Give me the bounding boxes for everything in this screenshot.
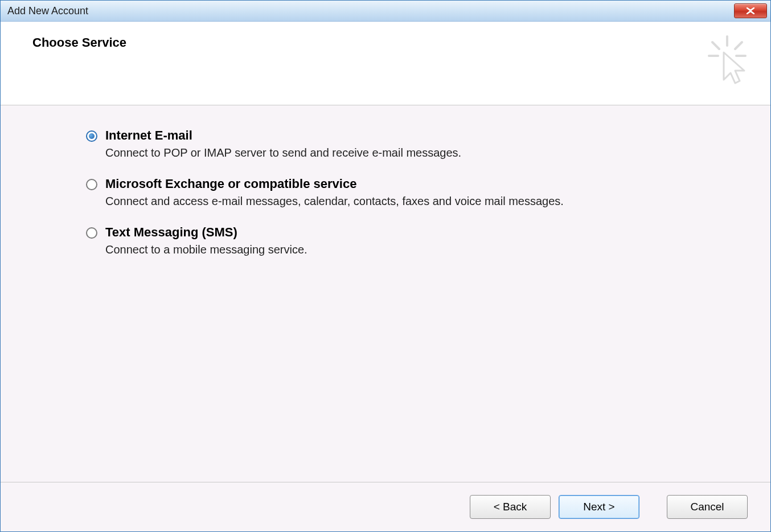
- back-button[interactable]: < Back: [470, 495, 551, 519]
- wizard-footer: < Back Next > Cancel: [1, 482, 770, 531]
- option-title: Microsoft Exchange or compatible service: [105, 177, 564, 191]
- radio-internet-email[interactable]: [86, 130, 97, 142]
- cancel-button[interactable]: Cancel: [667, 495, 748, 519]
- option-exchange[interactable]: Microsoft Exchange or compatible service…: [86, 177, 748, 208]
- next-button[interactable]: Next >: [559, 495, 639, 519]
- option-text: Text Messaging (SMS) Connect to a mobile…: [105, 225, 307, 256]
- cursor-click-icon: [707, 35, 748, 89]
- option-internet-email[interactable]: Internet E-mail Connect to POP or IMAP s…: [86, 128, 748, 159]
- option-text: Internet E-mail Connect to POP or IMAP s…: [105, 128, 461, 159]
- close-button[interactable]: [734, 3, 767, 18]
- option-title: Internet E-mail: [105, 128, 461, 143]
- next-button-label: Next >: [583, 501, 614, 513]
- svg-line-1: [712, 42, 719, 49]
- titlebar[interactable]: Add New Account: [1, 1, 770, 22]
- page-title: Choose Service: [32, 35, 126, 50]
- option-description: Connect and access e-mail messages, cale…: [105, 195, 564, 208]
- radio-exchange[interactable]: [86, 179, 97, 190]
- option-text: Microsoft Exchange or compatible service…: [105, 177, 564, 208]
- content: Internet E-mail Connect to POP or IMAP s…: [1, 105, 770, 482]
- window-title: Add New Account: [7, 5, 88, 17]
- radio-sms[interactable]: [86, 227, 97, 239]
- add-account-wizard: Add New Account Choose Service: [0, 0, 771, 532]
- option-description: Connect to POP or IMAP server to send an…: [105, 146, 461, 159]
- back-button-label: < Back: [494, 501, 527, 513]
- close-icon: [745, 7, 756, 14]
- cancel-button-label: Cancel: [690, 501, 724, 513]
- option-title: Text Messaging (SMS): [105, 225, 307, 240]
- wizard-header: Choose Service: [1, 22, 770, 105]
- option-description: Connect to a mobile messaging service.: [105, 243, 307, 256]
- option-sms[interactable]: Text Messaging (SMS) Connect to a mobile…: [86, 225, 748, 256]
- svg-line-2: [735, 42, 742, 49]
